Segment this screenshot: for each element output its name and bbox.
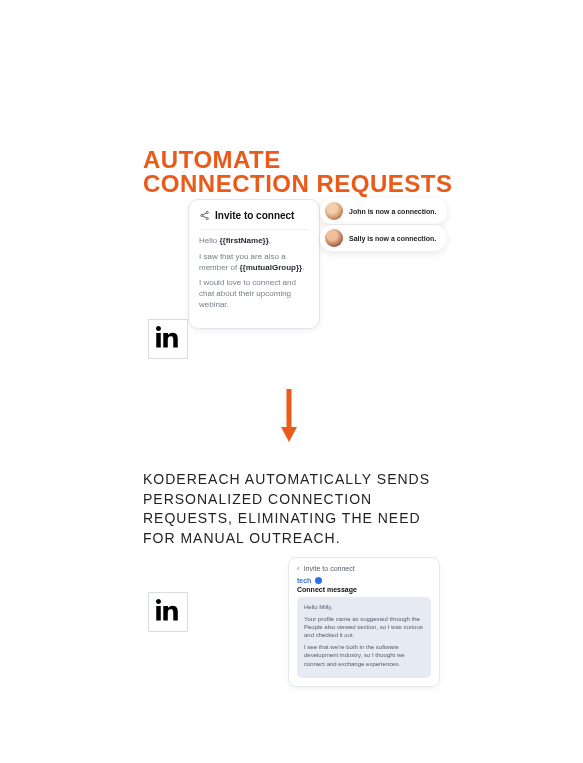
notification-text: John is now a connection.	[349, 208, 437, 215]
line2-var: {{mutualGroup}}	[239, 263, 302, 272]
svg-line-4	[203, 216, 207, 218]
notification-john: John is now a connection.	[320, 198, 447, 224]
message-box: Hello Milly, Your profile came as sugges…	[297, 597, 431, 678]
chevron-left-icon: ‹	[297, 564, 300, 573]
card2-header: ‹ Invite to connect	[297, 564, 431, 573]
linkedin-logo-box	[148, 319, 188, 359]
notification-sally: Sally is now a connection.	[320, 225, 446, 251]
svg-point-1	[206, 211, 208, 213]
msg-p2: I see that we're both in the software de…	[304, 643, 424, 667]
svg-line-3	[203, 213, 207, 215]
svg-point-2	[206, 217, 208, 219]
card2-subhead: Connect message	[297, 586, 431, 593]
connect-message-card: ‹ Invite to connect tech Connect message…	[288, 557, 440, 687]
linkedin-icon	[156, 598, 180, 626]
linkedin-logo-box	[148, 592, 188, 632]
heading-line1: AUTOMATE	[143, 148, 453, 172]
greeting-prefix: Hello	[199, 236, 219, 245]
notification-text: Sally is now a connection.	[349, 235, 436, 242]
svg-point-0	[201, 214, 203, 216]
line3: I would love to connect and chat about t…	[199, 278, 309, 310]
avatar-sally	[325, 229, 343, 247]
greeting-suffix: ,	[269, 236, 271, 245]
msg-greeting: Hello Milly,	[304, 603, 424, 611]
blue-dot-icon	[315, 577, 322, 584]
description-paragraph: KODEREACH AUTOMATICALLY SENDS PERSONALIZ…	[143, 470, 443, 548]
card2-header-text: Invite to connect	[304, 565, 355, 572]
invite-template-card: Invite to connect Hello {{firstName}}, I…	[188, 199, 320, 329]
share-icon	[199, 210, 210, 221]
card-body: Hello {{firstName}}, I saw that you are …	[199, 236, 309, 311]
line2-suffix: .	[302, 263, 304, 272]
msg-p1: Your profile came as suggested through t…	[304, 615, 424, 639]
page-title: AUTOMATE CONNECTION REQUESTS	[143, 148, 453, 196]
avatar-john	[325, 202, 343, 220]
tag-text: tech	[297, 577, 311, 584]
down-arrow-icon	[279, 387, 299, 442]
heading-line2: CONNECTION REQUESTS	[143, 172, 453, 196]
tag-line: tech	[297, 577, 431, 584]
svg-marker-6	[281, 427, 297, 442]
greeting-var: {{firstName}}	[219, 236, 268, 245]
card-title: Invite to connect	[215, 210, 294, 221]
card-titlebar: Invite to connect	[199, 210, 309, 230]
linkedin-icon	[156, 325, 180, 353]
